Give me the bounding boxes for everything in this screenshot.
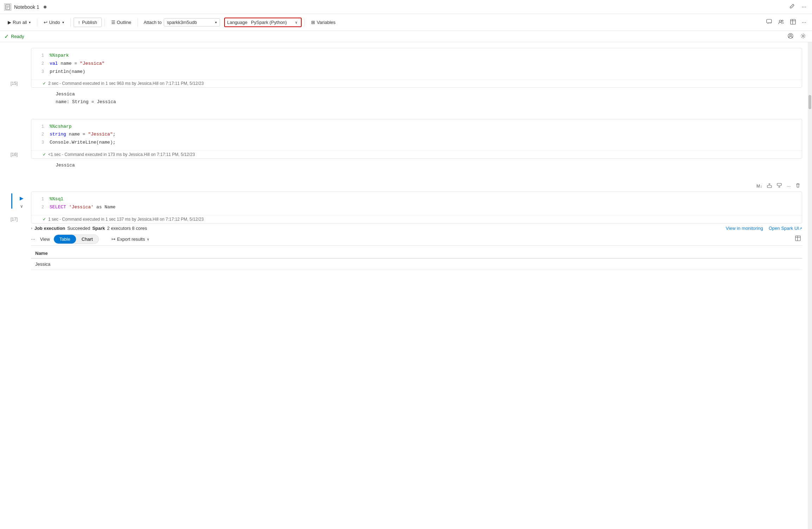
view-controls: ··· View Table Chart ↦ Export results ∨ [31,233,802,245]
cell-collapse-button[interactable]: ∨ [19,203,24,209]
status-check: ✓ [43,81,46,86]
undo-button[interactable]: ↩ Undo ▾ [40,18,67,27]
table-settings-button[interactable] [794,235,802,243]
language-dropdown-icon[interactable]: ∨ [295,20,297,24]
job-exec-right: View in monitoring Open Spark UI↗ [726,226,802,231]
status-message: <1 sec - Command executed in 173 ms by J… [48,152,195,157]
cell-1[interactable]: 1 %%spark 2 val name = "Jessica" 3 print… [31,48,802,88]
language-section: Language PySpark (Python) ∨ [224,18,302,27]
status-bar: ✓ Ready [0,31,812,42]
output-more-button[interactable]: ··· [31,236,35,242]
status-check: ✓ [43,152,46,157]
view-toggle-group: Table Chart [53,234,99,244]
add-cell-above-button[interactable] [765,182,774,190]
status-check: ✓ [43,217,46,222]
status-text: Ready [11,34,24,39]
svg-point-6 [782,20,783,21]
attach-to-label: Attach to [144,20,162,25]
spark-details: 2 executors 8 cores [107,226,147,231]
account-icon-btn[interactable] [786,32,795,41]
cell-2-container: 1 %%csharp 2 string name = "Jessica"; 3 … [6,119,808,174]
variables-button[interactable]: ⊞ Variables [308,18,339,27]
code-text: val name = "Jessica" [50,60,105,68]
code-line: 3 println(name) [31,68,802,76]
svg-rect-19 [795,236,800,241]
notebook-icon [4,4,11,11]
code-line: 2 string name = "Jessica"; [31,131,802,139]
outline-button[interactable]: ☰ Outline [108,18,135,27]
export-results-button[interactable]: ↦ Export results ∨ [108,235,153,244]
more-options-btn[interactable]: ··· [800,3,808,11]
delete-cell-button[interactable] [794,182,802,190]
edit-icon-btn[interactable] [788,3,796,11]
view-monitoring-link[interactable]: View in monitoring [726,226,763,231]
external-link-icon: ↗ [799,226,802,231]
job-status: Succeeded [67,226,90,231]
cell-3[interactable]: 1 %%sql 2 SELECT 'Jessica' as Name [17] … [31,191,802,223]
scrollbar-thumb[interactable] [808,95,811,109]
table-view-button[interactable]: Table [54,235,76,244]
run-all-button[interactable]: ▶ Run all ▾ [4,18,34,27]
cell-3-code: 1 %%sql 2 SELECT 'Jessica' as Name [31,192,802,215]
table-cell-jessica: Jessica [31,258,802,270]
export-label: Export results [117,237,145,242]
table-row: Jessica [31,258,802,270]
code-text: string name = "Jessica"; [50,131,115,138]
job-chevron-icon[interactable]: › [31,226,32,230]
toolbar-right: ··· [764,18,808,27]
job-execution-label: Job execution [34,226,65,231]
cell-more-button[interactable]: ··· [785,182,792,190]
chart-view-button[interactable]: Chart [76,235,99,244]
unsaved-indicator [44,6,46,8]
cell-1-code: 1 %%spark 2 val name = "Jessica" 3 print… [31,48,802,79]
add-cell-below-button[interactable] [775,182,783,190]
active-cell-indicator [11,193,12,209]
status-message: 1 sec - Command executed in 1 sec 137 ms… [48,217,204,222]
svg-rect-16 [777,183,781,185]
people-button[interactable] [776,18,786,27]
table-header-name: Name [31,248,802,258]
svg-point-11 [790,34,792,36]
code-text: SELECT 'Jessica' as Name [50,204,115,211]
variables-icon: ⊞ [311,20,315,25]
svg-rect-13 [767,185,772,188]
cell-run-button[interactable]: ▶ [19,195,24,202]
toolbar-more-button[interactable]: ··· [800,19,808,26]
title-bar: Notebook 1 ··· [0,0,812,14]
cell-1-status: [15] ✓ 2 sec - Command executed in 1 sec… [31,79,802,87]
settings-icon-btn[interactable] [799,32,808,41]
separator-4 [138,18,138,27]
cell-3-run-controls: ▶ ∨ [19,195,24,209]
main-content: 1 %%spark 2 val name = "Jessica" 3 print… [0,42,812,529]
undo-dropdown-icon[interactable]: ▾ [62,20,64,24]
attach-dropdown-icon[interactable]: ▾ [215,20,217,24]
view-left: ··· View Table Chart ↦ Export results ∨ [31,234,153,244]
right-scrollbar[interactable] [808,42,812,529]
cell-3-container: M↓ ··· ▶ ∨ 1 [6,182,808,270]
open-spark-ui-link[interactable]: Open Spark UI↗ [769,226,802,231]
export-chevron-icon: ∨ [147,237,149,241]
run-dropdown-icon[interactable]: ▾ [29,20,31,24]
left-margin [0,42,6,529]
job-exec-left: › Job execution Succeeded Spark 2 execut… [31,226,147,231]
language-value: PySpark (Python) [251,20,294,25]
cell-2-output: Jessica [31,159,802,174]
outline-icon: ☰ [111,20,115,25]
markdown-button[interactable]: M↓ [755,182,764,190]
code-text: %%csharp [50,123,71,131]
publish-button[interactable]: ↑ Publish [74,18,102,27]
spark-label: Spark [92,226,105,231]
notebook-area[interactable]: 1 %%spark 2 val name = "Jessica" 3 print… [6,42,808,529]
svg-point-12 [802,35,804,37]
cell-1-container: 1 %%spark 2 val name = "Jessica" 3 print… [6,48,808,111]
cell-2[interactable]: 1 %%csharp 2 string name = "Jessica"; 3 … [31,119,802,159]
publish-label: Publish [82,20,97,25]
code-text: %%spark [50,52,69,59]
code-line: 2 SELECT 'Jessica' as Name [31,203,802,212]
language-label: Language [227,20,247,25]
table-button[interactable] [788,18,798,27]
cell-3-toolbar: M↓ ··· [31,182,802,191]
comment-button[interactable] [764,18,774,27]
code-line: 1 %%spark [31,52,802,60]
run-icon: ▶ [8,20,11,25]
